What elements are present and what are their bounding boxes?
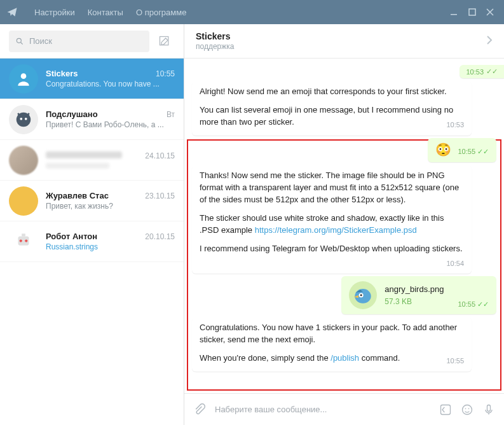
emoji-icon[interactable] xyxy=(461,403,473,416)
message-outgoing-file[interactable]: angry_birds.png 57.3 KB 10:55✓✓ xyxy=(341,276,496,314)
chat-header: Stickers поддержка xyxy=(184,24,504,59)
chat-preview: Congratulations. You now have ... xyxy=(46,80,175,88)
attach-icon[interactable] xyxy=(193,403,206,416)
message-time: 10:53 xyxy=(446,120,464,130)
chat-subtitle: поддержка xyxy=(196,42,234,51)
minimize-icon[interactable] xyxy=(446,3,463,21)
chat-time: 23.10.15 xyxy=(145,192,175,200)
chat-item-blurred[interactable]: 24.10.15 xyxy=(0,140,184,181)
app-logo-icon xyxy=(5,5,19,19)
file-size: 57.3 KB xyxy=(385,296,444,307)
mic-icon[interactable] xyxy=(482,403,495,416)
read-ticks-icon: ✓✓ xyxy=(477,300,489,310)
chevron-right-icon[interactable] xyxy=(486,35,493,48)
message-input[interactable]: Наберите ваше сообщение... xyxy=(215,405,430,414)
svg-rect-1 xyxy=(469,9,475,15)
chat-pane: Stickers поддержка 10:53 ✓✓ Alright! Now… xyxy=(184,24,504,425)
message-text: Congratulations. You now have 1 stickers… xyxy=(200,322,464,346)
file-name: angry_birds.png xyxy=(385,284,444,296)
chat-time: 10:55 xyxy=(156,69,175,78)
message-incoming: Congratulations. You now have 1 stickers… xyxy=(192,317,472,372)
file-thumb-icon xyxy=(349,281,377,309)
avatar xyxy=(9,64,38,94)
chat-name: Журавлев Стас xyxy=(46,191,109,200)
message-time: 10:55 xyxy=(446,356,464,366)
chat-time: 24.10.15 xyxy=(145,151,175,160)
chat-item-stickers[interactable]: Stickers10:55 Congratulations. You now h… xyxy=(0,59,184,99)
messages-area[interactable]: 10:53 ✓✓ Alright! Now send me an emoji t… xyxy=(184,59,504,393)
message-outgoing-emoji: 😳 10:55✓✓ xyxy=(428,138,496,163)
chat-item-zhuravlev[interactable]: Журавлев Стас23.10.15 Привет, как жизнь? xyxy=(0,181,184,221)
svg-point-14 xyxy=(360,295,362,296)
message-time: 10:53 xyxy=(466,68,484,76)
svg-point-18 xyxy=(468,408,470,409)
message-time: 10:55✓✓ xyxy=(458,147,489,157)
chat-name xyxy=(46,151,122,158)
message-text: You can list several emoji in one messag… xyxy=(200,105,453,127)
message-input-bar: Наберите ваше сообщение... xyxy=(184,393,504,425)
commands-icon[interactable] xyxy=(439,403,452,416)
message-time: 10:54 xyxy=(446,259,464,269)
chat-name: Stickers xyxy=(46,69,78,78)
message-outgoing-cut: 10:53 ✓✓ xyxy=(460,65,504,78)
link[interactable]: https://telegram.org/img/StickerExample.… xyxy=(255,225,417,235)
chat-preview xyxy=(46,163,109,169)
svg-point-6 xyxy=(20,117,22,120)
menu-contacts[interactable]: Контакты xyxy=(81,8,130,17)
titlebar: Настройки Контакты О программе xyxy=(0,0,504,24)
menu-about[interactable]: О программе xyxy=(130,8,193,17)
chat-preview: Привет! С Вами Робо-Олень, а ... xyxy=(46,120,175,129)
chat-item-podslushano[interactable]: ПодслушаноВт Привет! С Вами Робо-Олень, … xyxy=(0,99,184,140)
chat-title: Stickers xyxy=(196,31,234,41)
avatar xyxy=(9,146,38,175)
message-text: I recommend using Telegram for Web/Deskt… xyxy=(200,244,463,253)
chat-item-robot[interactable]: Робот Антон20.10.15 Russian.strings xyxy=(0,221,184,262)
svg-point-17 xyxy=(465,408,467,409)
chat-name: Робот Антон xyxy=(46,232,97,241)
read-ticks-icon: ✓✓ xyxy=(477,147,489,157)
message-time: 10:55✓✓ xyxy=(458,300,489,310)
close-icon[interactable] xyxy=(481,3,499,21)
message-text: command. xyxy=(359,353,400,363)
message-text: Thanks! Now send me the sticker. The ima… xyxy=(200,170,464,206)
chat-list: Stickers10:55 Congratulations. You now h… xyxy=(0,59,184,425)
avatar xyxy=(9,186,38,216)
svg-point-2 xyxy=(17,38,21,43)
svg-point-4 xyxy=(21,73,27,79)
message-text: When you're done, simply send the xyxy=(200,353,330,363)
message-incoming: Alright! Now send me an emoji that corre… xyxy=(192,81,472,136)
search-row: Поиск xyxy=(0,24,184,59)
svg-point-7 xyxy=(25,117,27,120)
avatar xyxy=(9,105,38,134)
menu-settings[interactable]: Настройки xyxy=(28,8,81,17)
svg-point-16 xyxy=(463,405,472,414)
chat-preview: Привет, как жизнь? xyxy=(46,202,175,211)
message-incoming: Thanks! Now send me the sticker. The ima… xyxy=(192,165,472,274)
svg-rect-0 xyxy=(451,14,457,15)
svg-rect-19 xyxy=(487,405,491,411)
svg-rect-11 xyxy=(22,233,25,236)
chat-time: Вт xyxy=(167,110,175,119)
svg-point-10 xyxy=(25,239,27,242)
avatar xyxy=(9,227,38,256)
link-command[interactable]: /publish xyxy=(330,353,359,363)
sidebar: Поиск Stickers10:55 Congratulations. You… xyxy=(0,24,184,425)
chat-time: 20.10.15 xyxy=(145,232,175,241)
search-input[interactable]: Поиск xyxy=(9,31,149,52)
read-ticks-icon: ✓✓ xyxy=(486,67,498,76)
search-placeholder: Поиск xyxy=(29,36,52,46)
chat-preview: Russian.strings xyxy=(46,242,175,251)
chat-name: Подслушано xyxy=(46,109,98,119)
emoji: 😳 xyxy=(435,143,451,157)
svg-point-9 xyxy=(20,239,22,242)
maximize-icon[interactable] xyxy=(463,3,481,21)
message-text: Alright! Now send me an emoji that corre… xyxy=(200,86,464,98)
compose-icon[interactable] xyxy=(154,31,175,52)
